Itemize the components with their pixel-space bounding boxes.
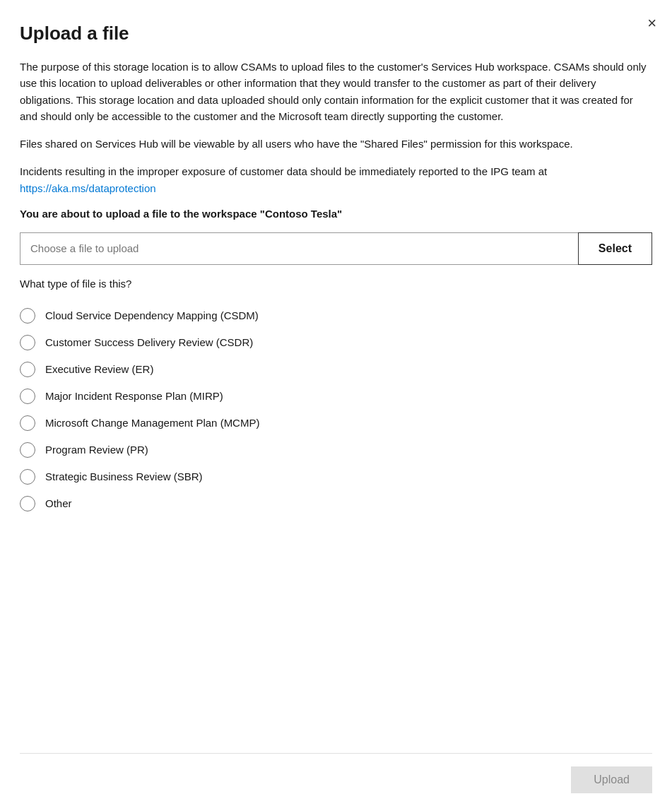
- radio-item-er[interactable]: Executive Review (ER): [20, 356, 652, 383]
- upload-button[interactable]: Upload: [571, 766, 652, 793]
- close-button[interactable]: ×: [644, 13, 659, 34]
- description-paragraph-2: Files shared on Services Hub will be vie…: [20, 136, 652, 152]
- radio-other[interactable]: [20, 496, 35, 511]
- radio-item-mirp[interactable]: Major Incident Response Plan (MIRP): [20, 383, 652, 410]
- file-upload-row: Select: [20, 232, 652, 265]
- radio-label-csdr: Customer Success Delivery Review (CSDR): [45, 336, 253, 348]
- file-path-input[interactable]: [20, 232, 578, 265]
- radio-csdr[interactable]: [20, 335, 35, 350]
- data-protection-link[interactable]: https://aka.ms/dataprotection: [20, 182, 156, 194]
- radio-label-pr: Program Review (PR): [45, 444, 148, 456]
- radio-csdm[interactable]: [20, 308, 35, 324]
- radio-label-mirp: Major Incident Response Plan (MIRP): [45, 390, 223, 402]
- radio-label-other: Other: [45, 497, 72, 509]
- radio-label-er: Executive Review (ER): [45, 363, 153, 375]
- file-type-radio-list: Cloud Service Dependency Mapping (CSDM) …: [20, 302, 652, 517]
- select-button[interactable]: Select: [578, 232, 652, 265]
- radio-item-csdm[interactable]: Cloud Service Dependency Mapping (CSDM): [20, 302, 652, 329]
- radio-item-csdr[interactable]: Customer Success Delivery Review (CSDR): [20, 329, 652, 356]
- dialog-title: Upload a file: [20, 23, 652, 45]
- radio-item-other[interactable]: Other: [20, 490, 652, 517]
- radio-item-mcmp[interactable]: Microsoft Change Management Plan (MCMP): [20, 410, 652, 437]
- radio-item-sbr[interactable]: Strategic Business Review (SBR): [20, 463, 652, 490]
- description-paragraph-3: Incidents resulting in the improper expo…: [20, 163, 652, 196]
- radio-item-pr[interactable]: Program Review (PR): [20, 437, 652, 463]
- upload-dialog: × Upload a file The purpose of this stor…: [0, 0, 672, 806]
- file-type-question: What type of file is this?: [20, 278, 652, 290]
- radio-er[interactable]: [20, 362, 35, 377]
- radio-label-sbr: Strategic Business Review (SBR): [45, 470, 203, 482]
- radio-label-mcmp: Microsoft Change Management Plan (MCMP): [45, 417, 259, 429]
- radio-mirp[interactable]: [20, 389, 35, 404]
- radio-sbr[interactable]: [20, 469, 35, 485]
- radio-label-csdm: Cloud Service Dependency Mapping (CSDM): [45, 309, 259, 321]
- description-3-prefix: Incidents resulting in the improper expo…: [20, 165, 547, 177]
- description-paragraph-1: The purpose of this storage location is …: [20, 59, 652, 124]
- dialog-footer: Upload: [20, 753, 652, 806]
- workspace-label: You are about to upload a file to the wo…: [20, 208, 652, 220]
- radio-mcmp[interactable]: [20, 415, 35, 431]
- radio-pr[interactable]: [20, 442, 35, 458]
